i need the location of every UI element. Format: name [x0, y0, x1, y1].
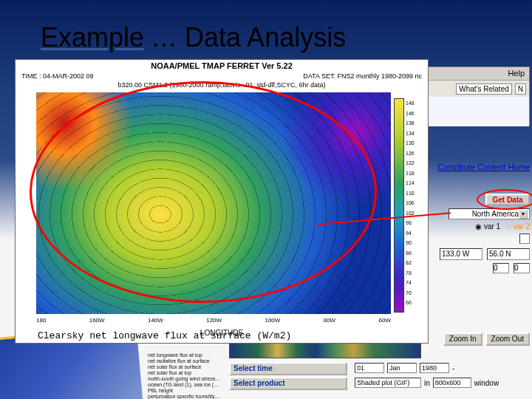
- ferret-plot-window: NOAA/PMEL TMAP FERRET Ver 5.22 TIME : 04…: [15, 59, 429, 344]
- contour-plot: [36, 92, 391, 314]
- ferret-subheader2: b320.00 CSM1.2 (1980-2000 ramp,tauvis=.0…: [16, 81, 428, 89]
- month-input[interactable]: Jan: [387, 363, 417, 373]
- range-a-input[interactable]: 0: [493, 263, 509, 273]
- data-controls-panel: Contribute Content Home Get Data North A…: [412, 163, 530, 273]
- small-select-icon[interactable]: [519, 233, 530, 244]
- ferret-subheader: TIME : 04-MAR-2002 09DATA SET: FNS2 mont…: [16, 72, 428, 81]
- chevron-down-icon: ▾: [519, 210, 528, 219]
- time-row: 01 Jan 1980 -: [355, 362, 454, 374]
- home-link[interactable]: Home: [508, 163, 530, 171]
- browser-toolbar: What's Related N: [420, 81, 529, 97]
- select-product-bar[interactable]: Select product: [229, 377, 347, 390]
- var2-radio[interactable]: ○ var 2: [507, 222, 530, 231]
- region-select[interactable]: North America▾: [449, 208, 530, 219]
- browser-chrome: Help What's Related N: [419, 66, 530, 126]
- latitude-input[interactable]: 56.0 N: [487, 248, 530, 260]
- contribute-link[interactable]: Contribute Content: [437, 163, 505, 171]
- zoom-controls: Zoom In Zoom Out: [443, 332, 530, 346]
- zoom-out-button[interactable]: Zoom Out: [485, 332, 530, 346]
- colorbar: 1481461381341301261221181141101061029894…: [394, 98, 423, 313]
- product-row: Shaded plot (GIF) in 800x600 window: [355, 377, 499, 389]
- select-time-bar[interactable]: Select time: [229, 362, 347, 375]
- ferret-header: NOAA/PMEL TMAP FERRET Ver 5.22: [16, 60, 428, 72]
- zoom-in-button[interactable]: Zoom In: [443, 332, 482, 346]
- range-b-input[interactable]: 0: [514, 263, 530, 273]
- plot-description: Clearsky net longwave flux at surface (W…: [38, 330, 291, 341]
- var1-radio[interactable]: ◉ var 1: [475, 222, 500, 231]
- slide-title: Example … Data Analysis: [41, 22, 346, 53]
- help-menu[interactable]: Help: [420, 67, 529, 81]
- size-select[interactable]: 800x600: [433, 378, 471, 388]
- whats-related-button[interactable]: What's Related: [456, 83, 512, 95]
- year-input[interactable]: 1980: [420, 363, 449, 373]
- n-button[interactable]: N: [515, 83, 526, 95]
- time-dash: -: [452, 364, 454, 372]
- day-input[interactable]: 01: [355, 363, 384, 373]
- variable-list[interactable]: net longwave flux at top net radiative f…: [148, 352, 222, 399]
- longitude-input[interactable]: 133.0 W: [440, 248, 482, 260]
- header-links: Contribute Content Home: [412, 163, 530, 171]
- get-data-button[interactable]: Get Data: [485, 194, 530, 205]
- product-select[interactable]: Shaded plot (GIF): [355, 378, 421, 388]
- x-ticks: 180160W140W120W100W80W60W: [36, 317, 391, 324]
